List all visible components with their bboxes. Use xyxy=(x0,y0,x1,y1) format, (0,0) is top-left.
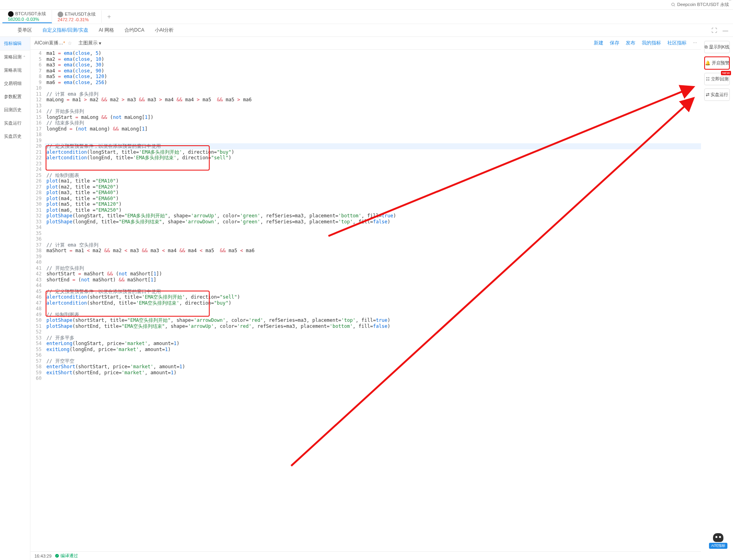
code-line[interactable]: ma2 = ema(close, 10) xyxy=(45,56,701,62)
code-line[interactable]: plot(ma6, title ="EMA250") xyxy=(45,207,701,213)
code-line[interactable]: alertcondition(shortStart, title='EMA空头排… xyxy=(45,294,701,300)
code-line[interactable]: shortStart = maShort && (not maShort[1]) xyxy=(45,271,701,277)
code-line[interactable] xyxy=(45,103,701,109)
right-action-bell[interactable]: 🔔开启预警 xyxy=(704,56,730,70)
sec-tab-0[interactable]: 委单区 xyxy=(18,24,32,36)
code-line[interactable]: longEnd = (not maLong) && maLong[1] xyxy=(45,126,701,132)
code-line[interactable]: alertcondition(longStart, title='EMA多头排列… xyxy=(45,149,701,155)
code-line[interactable] xyxy=(45,306,701,312)
pair-tab-1[interactable]: ETH/USDT永续2472.72 -0.31% xyxy=(52,10,102,23)
code-line[interactable]: shortEnd = (not maShort) && maShort[1] xyxy=(45,277,701,283)
code-line[interactable]: // 计算 ema 多头排列 xyxy=(45,91,701,97)
right-action-chart[interactable]: ⧉显示到K线 xyxy=(704,41,730,53)
code-line[interactable]: plot(ma3, title ="EMA40") xyxy=(45,190,701,196)
sec-tab-3[interactable]: 合约DCA xyxy=(124,24,144,36)
minimize-icon[interactable]: — xyxy=(723,27,728,34)
star-icon[interactable]: ☆ xyxy=(68,40,72,46)
right-action-swap[interactable]: ⇄实盘运行 xyxy=(704,88,730,101)
sidebar-item-4[interactable]: 参数配置 xyxy=(0,90,30,103)
sidebar-item-5[interactable]: 回测历史 xyxy=(0,103,30,116)
sec-tab-1[interactable]: 自定义指标/回测/实盘 xyxy=(42,24,88,36)
code-line[interactable] xyxy=(45,236,701,242)
editor-more-icon[interactable]: ··· xyxy=(693,40,697,46)
code-line[interactable] xyxy=(45,167,701,173)
code-line[interactable]: plot(ma5, title ="EMA120") xyxy=(45,201,701,207)
code-line[interactable]: maShort = ma1 < ma2 && ma2 < ma3 && ma3 … xyxy=(45,248,701,254)
code-line[interactable] xyxy=(45,375,701,381)
editor-area: AICoin直播…* ☆ 主图展示 ▾ 新建保存发布我的指标社区指标··· 45… xyxy=(30,37,701,560)
code-line[interactable]: // 绘制到图表 xyxy=(45,312,701,318)
editor-action-发布[interactable]: 发布 xyxy=(626,40,635,46)
code-line[interactable]: exitShort(shortEnd, price='market', amou… xyxy=(45,370,701,376)
code-line[interactable] xyxy=(45,225,701,231)
code-line[interactable]: plotShape(shortEnd, title="EMA空头排列结束", s… xyxy=(45,323,701,329)
code-line[interactable]: plotShape(longEnd, title="EMA多头排列结束", sh… xyxy=(45,219,701,225)
ai-bot-icon xyxy=(713,533,723,542)
sidebar-item-1[interactable]: 策略回测⌃ xyxy=(0,50,30,64)
code-line[interactable] xyxy=(45,231,701,237)
code-line[interactable] xyxy=(45,138,701,144)
sidebar-item-6[interactable]: 实盘运行 xyxy=(0,116,30,130)
secondary-tabs: 委单区自定义指标/回测/实盘AI 网格合约DCA小AI分析 ⛶ — xyxy=(0,24,733,37)
sidebar-item-3[interactable]: 交易明细 xyxy=(0,77,30,90)
code-body[interactable]: ma1 = ema(close, 5)ma2 = ema(close, 10)m… xyxy=(45,50,701,551)
code-line[interactable]: // 开始多头排列 xyxy=(45,108,701,114)
sidebar-item-2[interactable]: 策略表现 xyxy=(0,64,30,77)
main-chart-dropdown[interactable]: 主图展示 ▾ xyxy=(78,40,101,46)
code-line[interactable]: longStart = maLong && (not maLong[1]) xyxy=(45,114,701,120)
code-line[interactable] xyxy=(45,329,701,335)
code-line[interactable]: // 定义预警预警条件，以便在添加预警的窗口中使用 xyxy=(45,143,701,149)
code-line[interactable]: maLong = ma1 > ma2 && ma2 > ma3 && ma3 >… xyxy=(45,97,701,103)
code-line[interactable]: // 定义预警预警条件，以便在添加预警的窗口中使用 xyxy=(45,289,701,295)
coin-icon xyxy=(8,11,14,17)
code-line[interactable] xyxy=(45,283,701,289)
right-action-sliders[interactable]: ☷立即回测NEW xyxy=(704,73,730,85)
code-line[interactable]: plot(ma4, title ="EMA60") xyxy=(45,196,701,202)
coin-icon xyxy=(58,12,63,17)
code-line[interactable]: plot(ma1, title ="EMA10") xyxy=(45,178,701,184)
code-line[interactable] xyxy=(45,132,701,138)
pair-tab-0[interactable]: BTC/USDT永续58200.0 -0.03% xyxy=(2,10,52,23)
sec-tab-2[interactable]: AI 网格 xyxy=(99,24,114,36)
ai-assistant-float[interactable]: AI写指标 xyxy=(709,533,727,549)
code-line[interactable]: // 开始空头排列 xyxy=(45,265,701,271)
editor-action-社区指标[interactable]: 社区指标 xyxy=(667,40,687,46)
code-line[interactable]: ma1 = ema(close, 5) xyxy=(45,50,701,56)
code-line[interactable]: ma3 = ema(close, 30) xyxy=(45,62,701,68)
code-line[interactable]: // 开多平多 xyxy=(45,335,701,341)
code-line[interactable]: plotShape(shortStart, title="EMA空头排列开始",… xyxy=(45,317,701,323)
add-pair-tab[interactable]: + xyxy=(102,13,116,20)
code-line[interactable] xyxy=(45,85,701,91)
search-text: Deepcoin BTC/USDT 永续 xyxy=(677,2,729,8)
code-line[interactable] xyxy=(45,259,701,265)
sidebar-item-7[interactable]: 实盘历史 xyxy=(0,130,30,143)
code-editor[interactable]: 4567891011121314151617181920212223242526… xyxy=(30,50,701,551)
expand-icon[interactable]: ⛶ xyxy=(711,27,717,34)
code-line[interactable]: ma5 = ema(close, 120) xyxy=(45,74,701,80)
code-line[interactable]: // 绘制到图表 xyxy=(45,173,701,179)
code-line[interactable]: exitLong(longEnd, price='market', amount… xyxy=(45,347,701,353)
code-line[interactable]: // 开空平空 xyxy=(45,358,701,364)
code-line[interactable] xyxy=(45,254,701,260)
code-line[interactable]: ma4 = ema(close, 90) xyxy=(45,68,701,74)
editor-action-保存[interactable]: 保存 xyxy=(610,40,619,46)
sidebar-item-0[interactable]: 指标编辑 xyxy=(0,37,30,50)
code-line[interactable]: alertcondition(shortEnd, title='EMA空头排列结… xyxy=(45,300,701,306)
editor-action-我的指标[interactable]: 我的指标 xyxy=(642,40,661,46)
svg-line-1 xyxy=(674,5,675,6)
code-line[interactable]: enterLong(longStart, price='market', amo… xyxy=(45,341,701,347)
new-badge: NEW xyxy=(721,71,731,75)
code-line[interactable]: ma6 = ema(close, 256) xyxy=(45,80,701,86)
editor-header: AICoin直播…* ☆ 主图展示 ▾ 新建保存发布我的指标社区指标··· xyxy=(30,37,701,50)
code-line[interactable] xyxy=(45,352,701,358)
code-line[interactable]: enterShort(shortStart, price='market', a… xyxy=(45,364,701,370)
code-line[interactable] xyxy=(45,161,701,167)
code-line[interactable]: // 结束多头排列 xyxy=(45,120,701,126)
code-line[interactable]: alertcondition(longEnd, title='EMA多头排列结束… xyxy=(45,155,701,161)
code-line[interactable]: plotShape(longStart, title="EMA多头排列开始", … xyxy=(45,213,701,219)
code-line[interactable]: plot(ma2, title ="EMA20") xyxy=(45,184,701,190)
editor-action-新建[interactable]: 新建 xyxy=(594,40,603,46)
sec-tab-4[interactable]: 小AI分析 xyxy=(155,24,174,36)
code-line[interactable]: // 计算 ema 空头排列 xyxy=(45,242,701,248)
search-box[interactable]: Deepcoin BTC/USDT 永续 xyxy=(671,2,729,8)
